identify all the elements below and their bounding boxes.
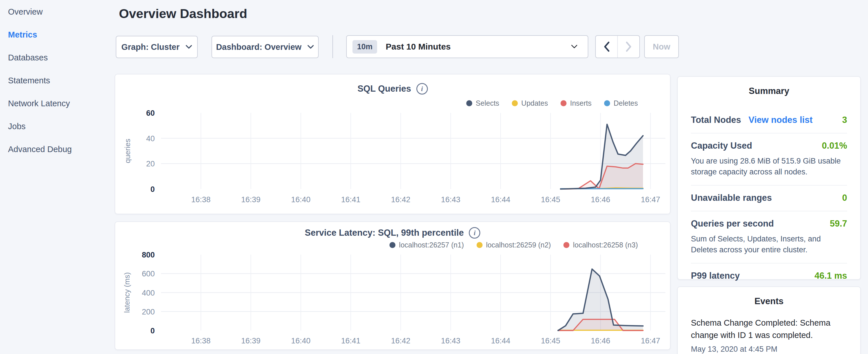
svg-text:16:38: 16:38 xyxy=(191,195,211,204)
svg-text:400: 400 xyxy=(142,289,155,297)
chevron-down-icon xyxy=(570,44,578,49)
svg-text:16:40: 16:40 xyxy=(291,336,311,345)
view-nodes-list-link[interactable]: View nodes list xyxy=(748,115,812,125)
sql-queries-chart[interactable]: 16:3816:3916:4016:4116:4216:4316:4416:45… xyxy=(115,74,671,215)
summary-row-total-nodes: Total Nodes View nodes list 3 xyxy=(691,108,847,133)
svg-text:16:42: 16:42 xyxy=(391,336,411,345)
sidebar-item-statements[interactable]: Statements xyxy=(8,76,50,87)
svg-text:20: 20 xyxy=(146,160,155,168)
qps-label: Queries per second xyxy=(691,219,774,229)
svg-text:200: 200 xyxy=(142,308,155,316)
event-list-item[interactable]: Schema Change Completed: Schema change w… xyxy=(691,317,847,354)
events-panel: Events Schema Change Completed: Schema c… xyxy=(677,286,861,354)
unavailable-ranges-label: Unavailable ranges xyxy=(691,193,772,203)
svg-text:16:46: 16:46 xyxy=(591,195,610,204)
svg-text:0: 0 xyxy=(150,185,155,194)
svg-text:16:43: 16:43 xyxy=(441,195,461,204)
time-step-back-button[interactable] xyxy=(596,36,617,58)
summary-row-capacity-used: Capacity Used 0.01% You are using 28.6 M… xyxy=(691,133,847,186)
graph-scope-dropdown-label: Graph: Cluster xyxy=(121,42,179,52)
chevron-right-icon xyxy=(626,41,632,52)
dashboard-dropdown-label: Dashboard: Overview xyxy=(216,42,302,52)
events-title: Events xyxy=(678,287,860,307)
time-range-badge: 10m xyxy=(352,40,377,54)
svg-text:16:43: 16:43 xyxy=(441,336,461,345)
event-text: Schema Change Completed: Schema change w… xyxy=(691,317,847,342)
time-step-forward-button[interactable] xyxy=(617,36,639,58)
summary-row-p99-latency: P99 latency 46.1 ms xyxy=(691,263,847,289)
svg-text:16:38: 16:38 xyxy=(191,336,211,345)
svg-text:16:39: 16:39 xyxy=(241,336,261,345)
dashboard-dropdown[interactable]: Dashboard: Overview xyxy=(212,36,319,58)
svg-text:16:42: 16:42 xyxy=(391,195,411,204)
chevron-down-icon xyxy=(185,45,192,49)
svg-text:16:47: 16:47 xyxy=(641,336,660,345)
svg-text:16:45: 16:45 xyxy=(541,195,560,204)
svg-text:16:44: 16:44 xyxy=(491,336,510,345)
total-nodes-label: Total Nodes xyxy=(691,115,741,125)
controls-divider xyxy=(333,35,333,58)
page-title: Overview Dashboard xyxy=(119,6,247,21)
chevron-down-icon xyxy=(307,45,314,49)
capacity-used-label: Capacity Used xyxy=(691,141,752,151)
svg-text:16:46: 16:46 xyxy=(591,336,610,345)
summary-title: Summary xyxy=(678,77,860,96)
sidebar-item-network-latency[interactable]: Network Latency xyxy=(8,99,70,110)
capacity-used-value: 0.01% xyxy=(822,141,847,151)
svg-text:latency (ms): latency (ms) xyxy=(123,272,131,313)
svg-text:16:44: 16:44 xyxy=(491,195,510,204)
svg-text:40: 40 xyxy=(146,134,155,143)
sidebar-item-overview[interactable]: Overview xyxy=(8,7,43,18)
p99-latency-value: 46.1 ms xyxy=(814,271,847,281)
svg-text:60: 60 xyxy=(146,109,155,118)
svg-text:16:45: 16:45 xyxy=(541,336,560,345)
svg-text:16:40: 16:40 xyxy=(291,195,311,204)
sql-queries-card: SQL Queries i SelectsUpdatesInsertsDelet… xyxy=(115,74,671,214)
capacity-used-note: You are using 28.6 MiB of 515.9 GiB usab… xyxy=(691,156,847,177)
qps-note: Sum of Selects, Updates, Inserts, and De… xyxy=(691,233,847,255)
svg-text:16:41: 16:41 xyxy=(341,336,361,345)
time-range-label: Past 10 Minutes xyxy=(386,42,451,52)
sidebar-item-advanced-debug[interactable]: Advanced Debug xyxy=(8,144,72,156)
svg-text:16:47: 16:47 xyxy=(641,195,660,204)
total-nodes-value: 3 xyxy=(842,115,847,125)
event-timestamp: May 13, 2020 at 4:45 PM xyxy=(691,345,847,354)
service-latency-card: Service Latency: SQL, 99th percentile i … xyxy=(115,221,671,350)
time-range-selector[interactable]: 10m Past 10 Minutes xyxy=(346,35,588,58)
svg-text:queries: queries xyxy=(123,139,132,163)
svg-text:600: 600 xyxy=(142,269,155,278)
unavailable-ranges-value: 0 xyxy=(842,193,847,203)
graph-scope-dropdown[interactable]: Graph: Cluster xyxy=(116,36,198,58)
chevron-left-icon xyxy=(603,41,610,52)
svg-text:800: 800 xyxy=(142,251,155,259)
svg-text:0: 0 xyxy=(150,326,155,335)
now-button[interactable]: Now xyxy=(644,35,679,58)
qps-value: 59.7 xyxy=(830,219,847,229)
overview-dashboard-page: Overview Metrics Databases Statements Ne… xyxy=(0,0,868,354)
service-latency-chart[interactable]: 16:3816:3916:4016:4116:4216:4316:4416:45… xyxy=(115,222,671,351)
sidebar-item-metrics[interactable]: Metrics xyxy=(8,30,37,41)
sidebar-item-jobs[interactable]: Jobs xyxy=(8,122,26,133)
p99-latency-label: P99 latency xyxy=(691,271,740,281)
svg-text:16:41: 16:41 xyxy=(341,195,361,204)
summary-row-unavailable-ranges: Unavailable ranges 0 xyxy=(691,186,847,212)
time-step-buttons xyxy=(595,35,640,58)
svg-text:16:39: 16:39 xyxy=(241,195,261,204)
summary-row-qps: Queries per second 59.7 Sum of Selects, … xyxy=(691,212,847,263)
sidebar-item-databases[interactable]: Databases xyxy=(8,53,48,64)
summary-panel: Summary Total Nodes View nodes list 3 Ca… xyxy=(677,76,861,280)
